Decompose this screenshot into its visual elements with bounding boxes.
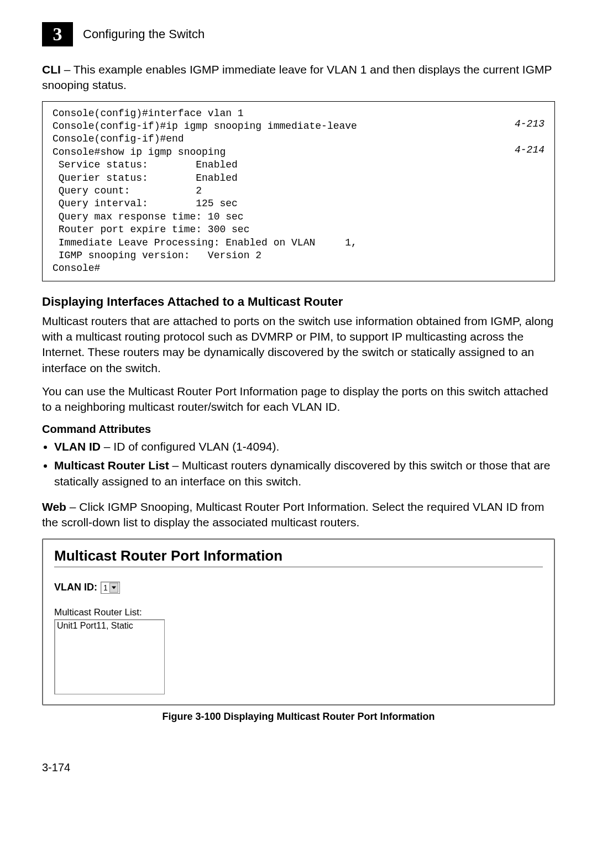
command-attributes-heading: Command Attributes [42, 423, 555, 436]
panel-title: Multicast Router Port Information [54, 547, 543, 564]
cli-line: Console#show ip igmp snooping [53, 147, 226, 158]
chapter-title: Configuring the Switch [83, 27, 205, 41]
vlan-id-label: VLAN ID: [54, 582, 97, 593]
section-paragraph-2: You can use the Multicast Router Port In… [42, 384, 555, 415]
vlan-id-row: VLAN ID: 1 [54, 582, 543, 594]
multicast-router-listbox[interactable]: Unit1 Port11, Static [54, 619, 165, 694]
cli-output-box: Console(config)#interface vlan 1 Console… [42, 101, 555, 281]
web-screenshot-panel: Multicast Router Port Information VLAN I… [42, 538, 555, 705]
web-instruction-text: – Click IGMP Snooping, Multicast Router … [42, 500, 544, 529]
cli-line: Immediate Leave Processing: Enabled on V… [53, 237, 357, 248]
attr-name: Multicast Router List [54, 459, 169, 472]
web-prefix: Web [42, 500, 66, 513]
chapter-badge: 3 [42, 22, 73, 46]
cli-line: Service status: Enabled [53, 159, 238, 170]
cli-line: Query max response time: 10 sec [53, 211, 244, 222]
attr-name: VLAN ID [54, 440, 101, 453]
attr-desc: – ID of configured VLAN (1-4094). [101, 440, 279, 453]
cli-intro-text: – This example enables IGMP immediate le… [42, 63, 552, 91]
cli-page-ref: 4-213 [515, 118, 544, 130]
page-number: 3-174 [42, 761, 555, 774]
cli-intro-paragraph: CLI – This example enables IGMP immediat… [42, 62, 555, 93]
figure-caption: Figure 3-100 Displaying Multicast Router… [42, 711, 555, 723]
cli-line: Router port expire time: 300 sec [53, 224, 249, 235]
panel-divider [54, 567, 543, 567]
cli-prefix: CLI [42, 63, 61, 76]
web-instruction-paragraph: Web – Click IGMP Snooping, Multicast Rou… [42, 499, 555, 531]
cli-line: Query interval: 125 sec [53, 198, 238, 209]
cli-line: Console(config-if)#ip igmp snooping imme… [53, 121, 357, 132]
section-paragraph-1: Multicast routers that are attached to p… [42, 313, 555, 376]
list-item: VLAN ID – ID of configured VLAN (1-4094)… [54, 439, 555, 454]
svg-marker-0 [112, 586, 116, 589]
vlan-id-select[interactable]: 1 [101, 582, 120, 594]
vlan-id-value: 1 [103, 583, 108, 592]
list-item[interactable]: Unit1 Port11, Static [57, 621, 162, 631]
dropdown-arrow-icon[interactable] [109, 583, 118, 593]
cli-line: IGMP snooping version: Version 2 [53, 250, 261, 261]
section-heading: Displaying Interfaces Attached to a Mult… [42, 295, 555, 309]
command-attributes-list: VLAN ID – ID of configured VLAN (1-4094)… [42, 439, 555, 489]
cli-line: Querier status: Enabled [53, 172, 238, 184]
cli-line: Console(config-if)#end [53, 133, 184, 144]
cli-line: Query count: 2 [53, 185, 202, 196]
cli-line: Console(config)#interface vlan 1 [53, 108, 244, 119]
list-item: Multicast Router List – Multicast router… [54, 458, 555, 489]
cli-line: Console# [53, 263, 100, 274]
chapter-number: 3 [53, 24, 62, 45]
page-header: 3 Configuring the Switch [42, 22, 555, 46]
cli-page-ref: 4-214 [515, 144, 544, 156]
multicast-router-list-label: Multicast Router List: [54, 607, 543, 618]
